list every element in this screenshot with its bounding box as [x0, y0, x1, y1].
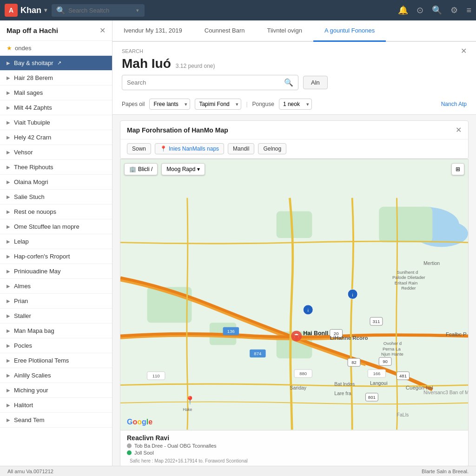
notifications-icon[interactable]: 🔔 [398, 5, 408, 15]
nav-dropdown-arrow[interactable]: ▾ [44, 7, 47, 13]
sidebar-item-8[interactable]: ▶ Olaina Mogri [0, 175, 112, 190]
sidebar-item-15[interactable]: ▶ Almes [0, 279, 112, 294]
mandil-button[interactable]: Mandil [228, 143, 254, 154]
search-input[interactable] [127, 79, 280, 86]
nanch-link[interactable]: Nanch Atp [441, 101, 467, 107]
search-icon[interactable]: 🔍 [432, 5, 442, 15]
svg-text:i: i [308, 308, 309, 313]
svg-text:Sunlhent d: Sunlhent d [397, 270, 418, 275]
tab-2[interactable]: Tiivntel ovign [256, 20, 313, 42]
sidebar-item-18[interactable]: ▶ Man Mapa bag [0, 324, 112, 338]
ext-icon-0: ↗ [57, 60, 61, 66]
sidebar-item-19[interactable]: ▶ Pocles [0, 338, 112, 353]
filter-tapimi-wrapper[interactable]: Tapimi Fond [195, 99, 241, 110]
sidebar-item-label-0: Bay & shoitapr [14, 60, 53, 66]
tab-3[interactable]: A gountul Fonones [313, 20, 386, 42]
map-mode-button[interactable]: 🏢 Blicli / [124, 163, 158, 175]
filter-row: Papes oil Free lants Tapimi Fond | Pongu… [122, 95, 467, 114]
sidebar-item-1[interactable]: ▶ Hair 28 Berem [0, 71, 112, 86]
item-arrow-3: ▶ [7, 105, 10, 110]
map-info-close-button[interactable]: ✕ [456, 126, 462, 134]
inies-button[interactable]: 📍 Inies NanMalls naps [155, 143, 224, 154]
global-search-input[interactable] [68, 7, 133, 14]
sidebar-item-16[interactable]: ▶ Prian [0, 294, 112, 309]
item-arrow-13: ▶ [7, 254, 10, 259]
sidebar-item-7[interactable]: ▶ Thee Riphouts [0, 160, 112, 175]
item-arrow-14: ▶ [7, 269, 10, 274]
svg-text:Palode Dlietader: Palode Dlietader [392, 275, 426, 280]
sidebar-item-label-18: Man Mapa bag [14, 327, 54, 334]
sown-button[interactable]: Sown [127, 143, 151, 154]
map-container[interactable]: 110 880 166 136 874 20 311 82 90 801 [120, 159, 469, 469]
gelnog-button[interactable]: Gelnog [258, 143, 286, 154]
search-input-box[interactable]: 🔍 [122, 75, 298, 90]
svg-text:i: i [352, 292, 353, 298]
map-bottom-info: Reaclivn Ravi Tob Ba Dree - Oual OBG Tco… [120, 430, 468, 468]
sidebar-item-label-11: Ome Stcuffee lan mopre [14, 223, 79, 230]
map-tools: Sown 📍 Inies NanMalls naps Mandil Gelnog [120, 139, 468, 159]
sidebar-item-23[interactable]: ▶ Halitort [0, 398, 112, 413]
aln-button[interactable]: Aln [303, 76, 328, 89]
sidebar-item-13[interactable]: ▶ Hap-corfen's Rroport [0, 249, 112, 264]
sidebar-item-4[interactable]: ▶ Viait Tubuiple [0, 115, 112, 130]
inies-label: Inies NanMalls naps [169, 145, 219, 152]
svg-text:90: 90 [383, 359, 388, 364]
sidebar-item-9[interactable]: ▶ Salie Stuch [0, 190, 112, 205]
sidebar-item-3[interactable]: ▶ Milt 44 Zaphts [0, 100, 112, 115]
filter-type-select[interactable]: Free lants [149, 99, 190, 110]
sidebar-item-20[interactable]: ▶ Eree Plotiional Tems [0, 353, 112, 368]
grid-button[interactable]: ⊞ [451, 163, 464, 175]
filter-tapimi-select[interactable]: Tapimi Fond [195, 99, 241, 110]
svg-text:Hake: Hake [183, 407, 192, 412]
pin-icon: 📍 [160, 145, 167, 152]
svg-text:166: 166 [373, 371, 380, 376]
sidebar-item-10[interactable]: ▶ Rest oe nouops [0, 205, 112, 219]
filter-ponguse-label: Ponguse [252, 101, 274, 107]
sidebar-item-22[interactable]: ▶ Miching your [0, 383, 112, 398]
sidebar-close-button[interactable]: ✕ [99, 26, 106, 35]
sidebar-favorites[interactable]: ★ ondes [0, 41, 112, 56]
sidebar-item-label-17: Staller [14, 312, 31, 319]
sidebar-item-0[interactable]: ▶ Bay & shoitapr ↗ [0, 56, 112, 71]
menu-icon[interactable]: ≡ [466, 6, 471, 15]
global-search-bar[interactable]: 🔍 ▾ [52, 4, 145, 17]
rapd-button[interactable]: Moog Rapd ▾ [161, 163, 205, 175]
sidebar-item-14[interactable]: ▶ Priniouadine May [0, 264, 112, 279]
svg-text:📍: 📍 [185, 396, 195, 405]
sidebar-item-6[interactable]: ▶ Vehsor [0, 145, 112, 160]
google-logo: Google [127, 418, 152, 426]
sidebar-item-17[interactable]: ▶ Staller [0, 309, 112, 324]
filter-near-wrapper[interactable]: 1 neok [279, 99, 312, 110]
green-dot-icon [127, 450, 132, 455]
svg-text:FaLls: FaLls [397, 412, 409, 417]
sidebar-item-11[interactable]: ▶ Ome Stcuffee lan mopre [0, 219, 112, 234]
filter-near-select[interactable]: 1 neok [279, 99, 312, 110]
tab-1[interactable]: Counnest Barn [193, 20, 256, 42]
settings-icon[interactable]: ⚙ [450, 5, 458, 15]
svg-text:Ovoher d: Ovoher d [383, 341, 402, 346]
sidebar-item-12[interactable]: ▶ Lelap [0, 234, 112, 249]
search-panel-title: Search [122, 48, 143, 54]
item-arrow-9: ▶ [7, 194, 10, 199]
gray-dot-icon [127, 443, 132, 448]
search-panel-close[interactable]: ✕ [461, 46, 467, 55]
sidebar-item-5[interactable]: ▶ Hely 42 Crarn [0, 130, 112, 145]
filter-type-wrapper[interactable]: Free lants [149, 99, 190, 110]
history-icon[interactable]: ⊙ [416, 5, 423, 15]
star-icon: ★ [7, 45, 12, 52]
svg-text:110: 110 [152, 373, 160, 378]
map-svg: 110 880 166 136 874 20 311 82 90 801 [120, 159, 468, 468]
sidebar-item-21[interactable]: ▶ Ainlily Scalies [0, 368, 112, 383]
app-name: Khan [20, 6, 41, 15]
search-panel-header: Search ✕ [122, 46, 467, 55]
bottom-bar-right: Blarte Saln a Breeal. [422, 469, 469, 474]
svg-text:311: 311 [372, 319, 380, 324]
tab-0[interactable]: Ivendur My 131, 2019 [112, 20, 193, 42]
map-copyright: Safic here : Map 2022+16.17914 to. Foraw… [127, 457, 462, 464]
sidebar-item-24[interactable]: ▶ Seand Tem [0, 413, 112, 428]
app-logo[interactable]: A Khan ▾ [5, 4, 47, 17]
item-arrow-12: ▶ [7, 239, 10, 244]
sidebar-item-2[interactable]: ▶ Mail sages [0, 86, 112, 100]
item-arrow-23: ▶ [7, 403, 10, 408]
sidebar-item-label-10: Rest oe nouops [14, 208, 56, 215]
